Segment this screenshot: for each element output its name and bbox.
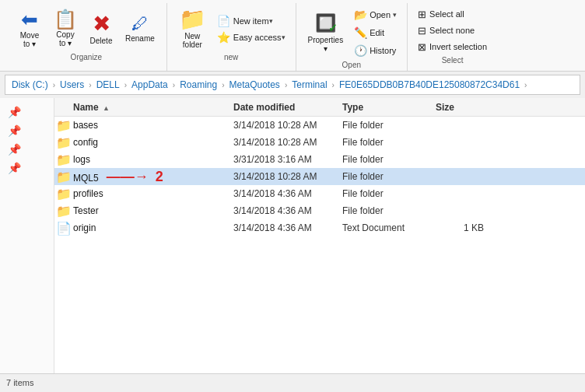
file-date: 3/14/2018 4:36 AM: [233, 222, 342, 233]
address-part-6[interactable]: Terminal: [292, 79, 327, 90]
table-row[interactable]: 📁profiles3/14/2018 4:36 AMFile folder: [54, 185, 585, 202]
properties-label: Properties▾: [308, 36, 344, 53]
ribbon-group-organize: ⬅ Moveto ▾ 📋 Copyto ▾ ✖ Delete 🖊 Rename: [6, 3, 167, 71]
table-row[interactable]: 📁MQL5——→ 23/14/2018 10:28 AMFile folder: [54, 168, 585, 185]
copy-to-label: Copyto ▾: [56, 30, 74, 47]
file-type: Text Document: [342, 222, 436, 233]
delete-label: Delete: [90, 37, 113, 45]
address-part-0[interactable]: Disk (C:): [12, 79, 48, 90]
history-button[interactable]: 🕐 History: [350, 42, 401, 59]
invert-selection-label: Invert selection: [429, 42, 487, 51]
file-icon: 📁: [54, 204, 73, 219]
file-type: File folder: [342, 120, 436, 131]
file-date: 3/14/2018 10:28 AM: [233, 171, 342, 182]
column-name-label: Name: [73, 102, 99, 113]
table-row[interactable]: 📁config3/14/2018 10:28 AMFile folder: [54, 134, 585, 151]
file-type: File folder: [342, 205, 436, 216]
ribbon-group-select: ⊞ Select all ⊟ Select none ⊠ Invert sele…: [408, 3, 497, 71]
column-type-label: Type: [342, 102, 363, 113]
table-row[interactable]: 📄origin3/14/2018 4:36 AMText Document1 K…: [54, 219, 585, 236]
copy-to-button[interactable]: 📋 Copyto ▾: [48, 6, 82, 51]
file-icon: 📁: [54, 135, 73, 150]
address-part-7[interactable]: FE0E65DDB0B7B40DE125080872C34D61: [339, 79, 520, 90]
edit-label: Edit: [370, 28, 384, 37]
file-name: profiles: [73, 188, 233, 199]
file-icon: 📁: [54, 152, 73, 167]
file-date: 3/31/2018 3:16 AM: [233, 154, 342, 165]
column-size-label: Size: [436, 102, 454, 113]
easy-access-button[interactable]: ⭐ Easy access ▾: [213, 30, 289, 45]
column-name[interactable]: Name ▲: [54, 102, 233, 113]
file-date: 3/14/2018 4:36 AM: [233, 205, 342, 216]
new-folder-button[interactable]: 📁 Newfolder: [173, 6, 212, 51]
file-type: File folder: [342, 137, 436, 148]
pin-icon-2[interactable]: 📌: [3, 123, 51, 138]
address-part-3[interactable]: AppData: [131, 79, 168, 90]
properties-button[interactable]: 🔲 ✓ Properties▾: [303, 10, 349, 55]
new-folder-label: Newfolder: [183, 32, 202, 49]
file-date: 3/14/2018 10:28 AM: [233, 137, 342, 148]
address-bar: Disk (C:) › Users › DELL › AppData › Roa…: [5, 75, 580, 95]
status-bar: 7 items: [0, 373, 585, 390]
file-name: bases: [73, 120, 233, 131]
select-all-button[interactable]: ⊞ Select all: [414, 6, 491, 22]
history-icon: 🕐: [354, 44, 367, 57]
pin-icon-4[interactable]: 📌: [3, 160, 51, 176]
pin-icon-3[interactable]: 📌: [3, 142, 51, 157]
file-type: File folder: [342, 154, 436, 165]
file-list-header: Name ▲ Date modified Type Size: [54, 98, 585, 117]
move-to-button[interactable]: ⬅ Moveto ▾: [12, 6, 47, 51]
address-part-4[interactable]: Roaming: [180, 79, 217, 90]
select-subgroup: ⊞ Select all ⊟ Select none ⊠ Invert sele…: [414, 6, 491, 54]
address-part-5[interactable]: MetaQuotes: [229, 79, 280, 90]
open-group-label: Open: [342, 61, 361, 69]
new-item-arrow: ▾: [269, 17, 273, 25]
column-size[interactable]: Size: [436, 102, 490, 113]
ribbon-group-open: 🔲 ✓ Properties▾ 📂 Open ▾ ✏️ Edit: [296, 3, 408, 71]
move-to-icon: ⬅: [21, 9, 38, 30]
file-icon: 📁: [54, 118, 73, 133]
file-date: 3/14/2018 10:28 AM: [233, 120, 342, 131]
delete-icon: ✖: [93, 13, 110, 35]
file-name: logs: [73, 154, 233, 165]
file-name: origin: [73, 222, 233, 233]
file-icon: 📁: [54, 187, 73, 201]
easy-access-arrow: ▾: [282, 33, 285, 41]
rename-icon: 🖊: [131, 16, 149, 33]
file-type: File folder: [342, 171, 436, 182]
copy-to-icon: 📋: [54, 10, 77, 29]
address-part-2[interactable]: DELL: [96, 79, 120, 90]
open-icon: 📂: [354, 9, 367, 21]
file-name: MQL5——→ 2: [73, 169, 233, 185]
file-name: config: [73, 137, 233, 148]
file-size: 1 KB: [436, 222, 490, 233]
edit-button[interactable]: ✏️ Edit: [350, 24, 401, 41]
file-icon: 📁: [54, 170, 73, 184]
table-row[interactable]: 📁Tester3/14/2018 4:36 AMFile folder: [54, 202, 585, 219]
select-group-label: Select: [442, 56, 464, 65]
pin-icon-1[interactable]: 📌: [3, 104, 51, 120]
annotation-arrow: ——→: [107, 169, 149, 184]
file-date: 3/14/2018 4:36 AM: [233, 188, 342, 199]
sort-arrow: ▲: [103, 104, 110, 112]
rename-label: Rename: [125, 34, 155, 43]
file-icon: 📄: [54, 221, 73, 236]
invert-selection-button[interactable]: ⊠ Invert selection: [414, 39, 491, 54]
open-button[interactable]: 📂 Open ▾: [350, 6, 401, 23]
new-item-icon: 📄: [217, 15, 230, 27]
table-row[interactable]: 📁logs3/31/2018 3:16 AMFile folder: [54, 151, 585, 168]
table-row[interactable]: 📁bases3/14/2018 10:28 AMFile folder: [54, 117, 585, 134]
new-item-button[interactable]: 📄 New item ▾: [213, 13, 289, 29]
select-none-label: Select none: [429, 26, 475, 35]
address-part-1[interactable]: Users: [60, 79, 84, 90]
column-date-label: Date modified: [233, 102, 295, 113]
file-name: Tester: [73, 205, 233, 216]
column-type[interactable]: Type: [342, 102, 436, 113]
rename-button[interactable]: 🖊 Rename: [120, 6, 160, 51]
select-none-button[interactable]: ⊟ Select none: [414, 23, 491, 38]
column-date[interactable]: Date modified: [233, 102, 342, 113]
new-folder-icon: 📁: [179, 9, 206, 30]
ribbon-group-new: 📁 Newfolder 📄 New item ▾ ⭐ Easy access ▾: [167, 3, 296, 71]
annotation-number: 2: [152, 169, 163, 184]
delete-button[interactable]: ✖ Delete: [84, 6, 118, 51]
